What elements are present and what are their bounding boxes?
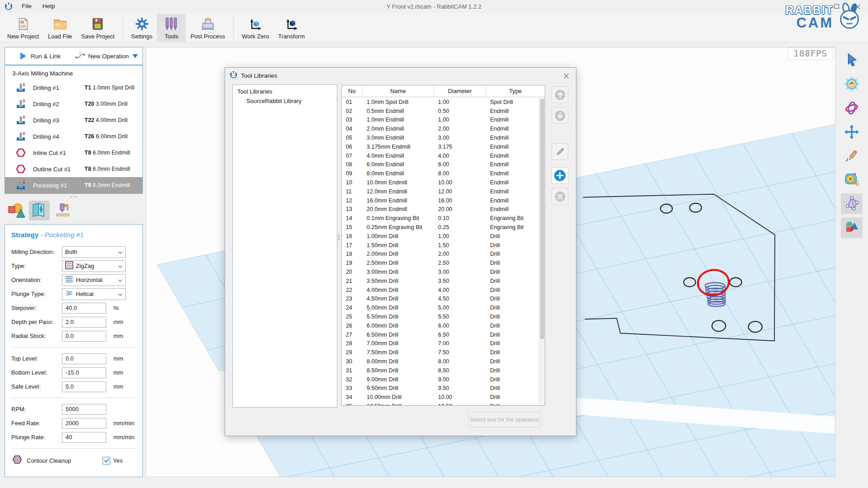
select-cursor-button[interactable] bbox=[841, 50, 863, 70]
tool-row[interactable]: 09 8.0mm Endmill 8.00 Endmill bbox=[342, 169, 539, 178]
tab-machine[interactable] bbox=[52, 201, 73, 221]
orientation-select[interactable]: Horizontal bbox=[62, 274, 126, 286]
type-select[interactable]: ZigZag bbox=[62, 260, 126, 272]
rpm-input[interactable]: 5000 bbox=[62, 404, 106, 415]
tool-row[interactable]: 18 2.00mm Drill 2.00 Drill bbox=[342, 250, 539, 259]
table-scrollbar[interactable] bbox=[539, 98, 545, 405]
safe-level-input[interactable]: 5.0 bbox=[62, 381, 106, 392]
settings-button[interactable]: Settings bbox=[127, 14, 157, 42]
tab-geometry[interactable] bbox=[5, 201, 26, 221]
tool-row[interactable]: 11 12.0mm Endmill 12.00 Endmill bbox=[342, 187, 539, 196]
operation-row[interactable]: Drilling #2 T20 3.00mm Drill bbox=[5, 96, 142, 112]
load-file-button[interactable]: Load File bbox=[43, 14, 76, 42]
tool-row[interactable]: 25 5.50mm Drill 5.50 Drill bbox=[342, 312, 539, 321]
load-file-icon bbox=[52, 15, 68, 33]
add-tool-button[interactable] bbox=[552, 167, 568, 184]
tool-row[interactable]: 13 20.0mm Endmill 20.00 Endmill bbox=[342, 205, 539, 214]
menu-file[interactable]: File bbox=[16, 0, 37, 13]
transform-button[interactable]: Transform bbox=[274, 14, 309, 42]
tool-row[interactable]: 26 6.00mm Drill 6.00 Drill bbox=[342, 321, 539, 330]
new-project-button[interactable]: New Project bbox=[3, 14, 43, 42]
tool-row[interactable]: 05 3.0mm Endmill 3.00 Endmill bbox=[342, 133, 539, 142]
tool-row[interactable]: 32 9.00mm Drill 9.00 Drill bbox=[342, 375, 539, 384]
operation-row[interactable]: Inline Cut #1 T8 6.0mm Endmill bbox=[5, 145, 142, 161]
select-tool-button[interactable]: Select tool for the operation bbox=[468, 412, 541, 427]
tools-button[interactable]: Tools bbox=[157, 14, 186, 42]
tool-row[interactable]: 04 2.0mm Endmill 2.00 Endmill bbox=[342, 124, 539, 133]
tool-row[interactable]: 23 4.50mm Drill 4.50 Drill bbox=[342, 295, 539, 304]
dialog-close-button[interactable] bbox=[556, 68, 576, 83]
tool-row[interactable]: 21 3.50mm Drill 3.50 Drill bbox=[342, 277, 539, 286]
contour-cleanup-checkbox[interactable] bbox=[103, 457, 110, 465]
tool-row[interactable]: 27 6.50mm Drill 6.50 Drill bbox=[342, 330, 539, 339]
col-diameter: Diameter bbox=[434, 85, 486, 97]
sketch-pencil-button[interactable] bbox=[841, 145, 863, 166]
tab-strategy[interactable] bbox=[29, 201, 50, 221]
tool-row[interactable]: 28 7.00mm Drill 7.00 Drill bbox=[342, 339, 539, 348]
contour-hexagon-icon bbox=[15, 163, 28, 175]
settings-gear-icon bbox=[135, 15, 149, 33]
tool-row[interactable]: 16 1.00mm Drill 1.00 Drill bbox=[342, 232, 539, 241]
tool-row[interactable]: 34 10.00mm Drill 10.00 Drill bbox=[342, 393, 539, 402]
tool-row[interactable]: 19 2.50mm Drill 2.50 Drill bbox=[342, 258, 539, 267]
tool-row[interactable]: 33 9.50mm Drill 9.50 Drill bbox=[342, 384, 539, 393]
delete-tool-button[interactable] bbox=[552, 188, 568, 205]
bottom-level-input[interactable]: -15.0 bbox=[62, 367, 106, 378]
tool-row[interactable]: 35 10.50mm Drill 10.50 Drill bbox=[342, 402, 539, 405]
depth-per-pass-input[interactable]: 2.0 bbox=[62, 317, 106, 328]
tool-row[interactable]: 01 1.0mm Spot Drill 1.00 Spot Drill bbox=[342, 98, 539, 107]
run-link-button[interactable]: Run & Link bbox=[20, 52, 61, 60]
table-grip[interactable] bbox=[338, 235, 340, 240]
plunge-type-select[interactable]: Helical bbox=[62, 288, 126, 300]
tool-row[interactable]: 08 6.0mm Endmill 6.00 Endmill bbox=[342, 160, 539, 169]
tool-row[interactable]: 14 0.1mm Engraving Bit 0.10 Engraving Bi… bbox=[342, 214, 539, 223]
stepover-input[interactable]: 40.0 bbox=[62, 303, 106, 314]
tool-row[interactable]: 17 1.50mm Drill 1.50 Drill bbox=[342, 241, 539, 250]
tool-row[interactable]: 07 4.0mm Endmill 4.00 Endmill bbox=[342, 151, 539, 160]
save-project-button[interactable]: Save Project bbox=[77, 14, 119, 42]
operation-row[interactable]: Outline Cut #1 T8 6.0mm Endmill bbox=[5, 161, 142, 177]
move-tool-up-button[interactable] bbox=[552, 86, 568, 103]
tool-row[interactable]: 10 10.0mm Endmill 10.00 Endmill bbox=[342, 178, 539, 187]
move-tool-down-button[interactable] bbox=[552, 107, 568, 124]
tool-row[interactable]: 22 4.00mm Drill 4.00 Drill bbox=[342, 286, 539, 295]
tool-row[interactable]: 03 1.0mm Endmill 1.00 Endmill bbox=[342, 116, 539, 125]
plunge-rate-input[interactable]: 40 bbox=[62, 432, 106, 443]
menu-help[interactable]: Help bbox=[37, 0, 61, 13]
operation-row[interactable]: Drilling #4 T26 6.00mm Drill bbox=[5, 128, 142, 145]
tool-row[interactable]: 02 0.5mm Endmill 0.50 Endmill bbox=[342, 107, 539, 116]
tree-item-library[interactable]: SourceRabbit Library bbox=[233, 96, 337, 105]
tool-row[interactable]: 12 16.0mm Endmill 16.00 Endmill bbox=[342, 196, 539, 205]
solid-view-button[interactable] bbox=[841, 217, 863, 238]
tool-row[interactable]: 06 3.175mm Endmill 3.175 Endmill bbox=[342, 142, 539, 151]
library-tree: Tool Libraries SourceRabbit Library bbox=[232, 84, 337, 408]
milling-direction-select[interactable]: Both bbox=[62, 246, 126, 258]
top-level-input[interactable]: 0.0 bbox=[62, 353, 106, 364]
tool-row[interactable]: 24 5.00mm Drill 5.00 Drill bbox=[342, 303, 539, 312]
wireframe-view-button[interactable] bbox=[841, 193, 863, 214]
post-process-button[interactable]: Post Process bbox=[186, 14, 230, 42]
operation-row[interactable]: Pocketing #1 T9 8.0mm Endmill bbox=[5, 177, 142, 193]
tool-row[interactable]: 20 3.00mm Drill 3.00 Drill bbox=[342, 267, 539, 277]
new-operation-button[interactable]: New Operation bbox=[75, 51, 138, 61]
radial-stock-label: Radial Stock: bbox=[11, 333, 62, 339]
tool-row[interactable]: 30 8.00mm Drill 8.00 Drill bbox=[342, 357, 539, 366]
scrollbar-thumb[interactable] bbox=[540, 99, 544, 339]
tree-item-root[interactable]: Tool Libraries bbox=[233, 85, 337, 96]
edit-tool-button[interactable] bbox=[552, 143, 568, 160]
fps-counter: 188FPS bbox=[788, 47, 833, 60]
operation-row[interactable]: Drilling #1 T1 1.0mm Spot Drill bbox=[5, 80, 142, 96]
operation-row[interactable]: Drilling #3 T22 4.00mm Drill bbox=[5, 112, 142, 128]
tool-row[interactable]: 29 7.50mm Drill 7.50 Drill bbox=[342, 348, 539, 357]
pan-move-button[interactable] bbox=[841, 122, 863, 142]
drilling-icon bbox=[15, 98, 28, 110]
home-view-button[interactable] bbox=[841, 74, 863, 94]
measure-tape-button[interactable] bbox=[841, 169, 863, 190]
panel-splitter[interactable] bbox=[5, 194, 143, 200]
tool-row[interactable]: 15 0.25mm Engraving Bit 0.25 Engraving B… bbox=[342, 223, 539, 232]
tool-row[interactable]: 31 8.50mm Drill 8.50 Drill bbox=[342, 366, 539, 375]
work-zero-button[interactable]: Work Zero bbox=[237, 14, 274, 42]
radial-stock-input[interactable]: 0.0 bbox=[62, 331, 106, 342]
orbit-rotate-button[interactable] bbox=[841, 98, 863, 118]
feed-rate-input[interactable]: 2000 bbox=[62, 418, 106, 429]
